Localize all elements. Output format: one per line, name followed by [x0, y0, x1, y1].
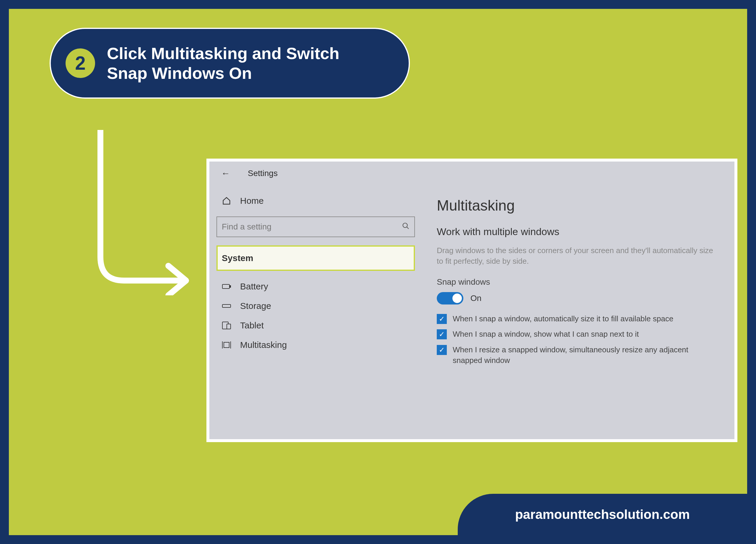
sidebar-item-label: Multitasking [240, 340, 287, 350]
snap-windows-toggle[interactable] [437, 292, 463, 304]
sidebar-item-storage[interactable]: Storage [216, 296, 415, 316]
sidebar-item-system[interactable]: System [216, 245, 415, 271]
search-icon [402, 222, 410, 232]
checkbox[interactable]: ✓ [437, 329, 447, 339]
sidebar-item-label: Battery [240, 281, 268, 291]
check-label: When I snap a window, automatically size… [453, 313, 673, 324]
svg-rect-8 [224, 342, 229, 348]
search-input[interactable]: Find a setting [216, 216, 415, 237]
page-heading: Multitasking [437, 197, 720, 214]
settings-window: ← Settings Home Find a setting [206, 159, 737, 442]
toggle-state-label: On [470, 294, 481, 303]
sidebar-item-label: Tablet [240, 320, 264, 330]
home-icon [221, 196, 232, 205]
sidebar-home[interactable]: Home [216, 191, 415, 211]
footer-url: paramounttechsolution.com [515, 507, 690, 522]
storage-icon [221, 303, 232, 309]
search-placeholder: Find a setting [222, 222, 271, 232]
section-subheading: Work with multiple windows [437, 226, 720, 237]
svg-rect-6 [227, 324, 231, 329]
step-number-badge: 2 [66, 48, 95, 78]
sidebar: Home Find a setting System Batter [209, 185, 422, 439]
sidebar-item-multitasking[interactable]: Multitasking [216, 335, 415, 355]
check-label: When I resize a snapped window, simultan… [453, 344, 720, 366]
window-title: Settings [248, 169, 278, 178]
svg-rect-4 [222, 304, 231, 307]
back-button[interactable]: ← [221, 168, 230, 178]
checkbox[interactable]: ✓ [437, 345, 447, 355]
svg-rect-2 [222, 284, 229, 289]
sidebar-item-label: Storage [240, 301, 271, 311]
snap-windows-label: Snap windows [437, 277, 720, 287]
checkbox[interactable]: ✓ [437, 314, 447, 324]
main-panel: Multitasking Work with multiple windows … [422, 185, 734, 439]
sidebar-item-label: System [222, 253, 253, 263]
section-description: Drag windows to the sides or corners of … [437, 245, 717, 267]
tablet-icon [221, 322, 232, 329]
sidebar-item-battery[interactable]: Battery [216, 277, 415, 296]
svg-rect-3 [230, 286, 231, 287]
footer-banner: paramounttechsolution.com [458, 494, 747, 535]
check-label: When I snap a window, show what I can sn… [453, 329, 639, 339]
sidebar-home-label: Home [240, 196, 264, 206]
step-title: Click Multitasking and Switch Snap Windo… [107, 43, 339, 83]
multitasking-icon [221, 341, 232, 349]
sidebar-item-tablet[interactable]: Tablet [216, 316, 415, 335]
step-pill: 2 Click Multitasking and Switch Snap Win… [50, 28, 410, 99]
battery-icon [221, 283, 232, 290]
svg-line-1 [407, 227, 409, 229]
svg-point-0 [403, 223, 407, 227]
arrow-icon [92, 130, 195, 297]
